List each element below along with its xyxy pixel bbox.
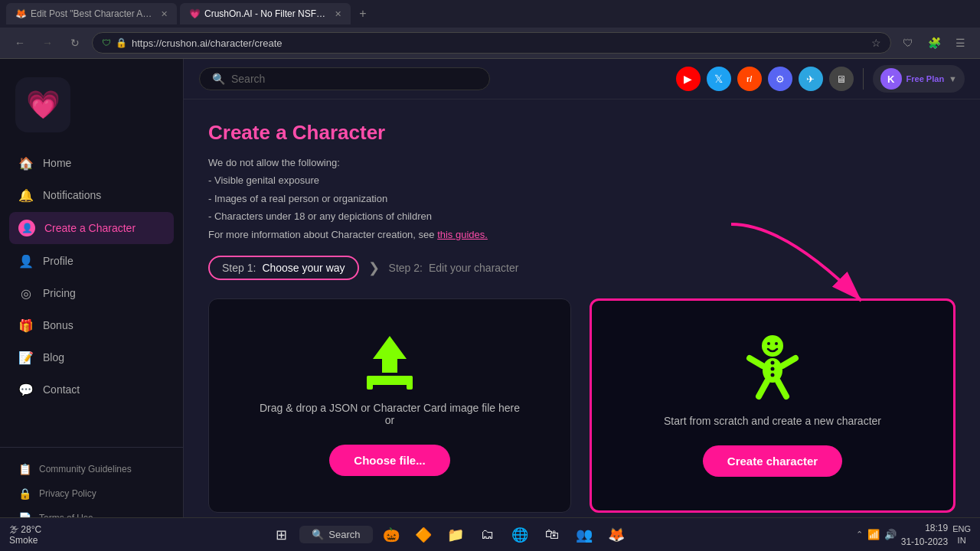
community-guidelines-label: Community Guidelines xyxy=(39,464,132,474)
community-guidelines-icon: 📋 xyxy=(18,463,31,475)
tab-bar: 🦊 Edit Post "Best Character AI NS... ✕ 💗… xyxy=(0,0,980,28)
sidebar-item-pricing[interactable]: ◎ Pricing xyxy=(9,278,174,308)
rules-header: We do not allow the following: xyxy=(208,154,956,171)
svg-line-11 xyxy=(750,358,763,366)
locale-badge: ENGIN xyxy=(952,523,971,546)
upload-card[interactable]: Drag & drop a JSON or Character Card ima… xyxy=(208,298,571,513)
taskbar-search[interactable]: 🔍 Search xyxy=(299,526,372,543)
create-character-icon: 👤 xyxy=(18,220,35,236)
chevron-down-icon: ▼ xyxy=(949,74,957,83)
taskbar-edge-icon[interactable]: 🌐 xyxy=(506,521,534,549)
new-tab-button[interactable]: + xyxy=(354,5,372,23)
bonus-icon: 🎁 xyxy=(18,318,34,333)
tab-2[interactable]: 💗 CrushOn.AI - No Filter NSFW C... ✕ xyxy=(180,3,351,24)
back-button[interactable]: ← xyxy=(9,32,31,54)
sidebar-label-notifications: Notifications xyxy=(43,189,101,201)
monitor-icon[interactable]: 🖥 xyxy=(829,67,854,91)
privacy-policy-icon: 🔒 xyxy=(18,487,31,500)
sidebar-nav: 🏠 Home 🔔 Notifications 👤 Create a Charac… xyxy=(0,148,183,441)
user-avatar: K xyxy=(880,68,902,90)
address-bar[interactable]: 🛡 🔒 https://crushon.ai/character/create … xyxy=(92,32,891,54)
pricing-icon: ◎ xyxy=(18,285,34,301)
tab-2-close[interactable]: ✕ xyxy=(335,9,341,19)
sidebar-label-pricing: Pricing xyxy=(43,287,76,299)
rules-section: We do not allow the following: - Visible… xyxy=(208,154,956,243)
taskbar-files-icon[interactable]: 🗂 xyxy=(474,521,501,549)
sidebar-label-profile: Profile xyxy=(43,255,74,267)
user-badge[interactable]: K Free Plan ▼ xyxy=(873,65,965,93)
system-tray[interactable]: ⌃ xyxy=(856,530,863,540)
step-arrow-icon: ❯ xyxy=(368,259,380,276)
notifications-icon: 🔔 xyxy=(18,187,34,203)
app-logo[interactable]: 💗 xyxy=(15,77,70,132)
steps-row: Step 1: Choose your way ❯ Step 2: Edit y… xyxy=(208,256,956,280)
sidebar-label-blog: Blog xyxy=(43,351,64,364)
sidebar-item-create-character[interactable]: 👤 Create a Character xyxy=(9,212,174,244)
logo-area: 💗 xyxy=(0,71,183,148)
svg-line-12 xyxy=(782,358,795,366)
choose-file-button[interactable]: Choose file... xyxy=(329,445,449,476)
taskbar-teams-icon[interactable]: 👥 xyxy=(570,521,598,549)
svg-point-10 xyxy=(771,373,775,377)
extensions-icon[interactable]: 🧩 xyxy=(923,32,945,54)
bookmark-icon[interactable]: ☆ xyxy=(871,37,881,49)
upload-icon xyxy=(359,334,420,390)
menu-icon[interactable]: ☰ xyxy=(949,32,971,54)
guide-link[interactable]: this guides. xyxy=(437,229,488,240)
rule-1: - Visible genital exposure xyxy=(208,171,956,189)
scratch-card-desc: Start from scratch and create a new char… xyxy=(664,415,881,427)
privacy-policy-link[interactable]: 🔒 Privacy Policy xyxy=(9,481,174,506)
network-icon: 📶 xyxy=(867,529,880,540)
tab-2-title: CrushOn.AI - No Filter NSFW C... xyxy=(204,8,327,19)
create-character-button[interactable]: Create character xyxy=(703,445,842,477)
taskbar-app1-icon[interactable]: 🔶 xyxy=(410,521,437,549)
sidebar-item-notifications[interactable]: 🔔 Notifications xyxy=(9,180,174,210)
step-1: Step 1: Choose your way xyxy=(208,256,359,280)
sidebar-item-profile[interactable]: 👤 Profile xyxy=(9,246,174,276)
discord-icon[interactable]: ⚙ xyxy=(768,67,792,91)
shield-icon[interactable]: 🛡 xyxy=(897,32,919,54)
sidebar-label-contact: Contact xyxy=(43,383,80,396)
tab-1[interactable]: 🦊 Edit Post "Best Character AI NS... ✕ xyxy=(6,3,177,24)
step-2: Step 2: Edit your character xyxy=(389,262,519,274)
telegram-icon[interactable]: ✈ xyxy=(799,67,823,91)
sidebar-item-blog[interactable]: 📝 Blog xyxy=(9,342,174,373)
search-box[interactable]: 🔍 Search xyxy=(199,67,490,90)
sidebar-item-bonus[interactable]: 🎁 Bonus xyxy=(9,310,174,341)
scratch-card[interactable]: Start from scratch and create a new char… xyxy=(590,298,956,513)
search-placeholder: Search xyxy=(231,73,265,85)
tab-1-title: Edit Post "Best Character AI NS... xyxy=(31,8,153,19)
taskbar-emoji-icon[interactable]: 🎃 xyxy=(377,521,405,549)
start-button[interactable]: ⊞ xyxy=(267,521,295,549)
upload-card-desc: Drag & drop a JSON or Character Card ima… xyxy=(260,402,520,426)
search-icon: 🔍 xyxy=(212,73,225,85)
taskbar-explorer-icon[interactable]: 📁 xyxy=(442,521,469,549)
social-icons: ▶ 𝕏 r/ ⚙ ✈ 🖥 K Free Plan ▼ xyxy=(676,65,965,93)
home-icon: 🏠 xyxy=(18,155,34,171)
sidebar-item-contact[interactable]: 💬 Contact xyxy=(9,374,174,405)
cards-row: Drag & drop a JSON or Character Card ima… xyxy=(208,298,956,513)
forward-button[interactable]: → xyxy=(37,32,58,54)
step2-value: Edit your character xyxy=(429,262,519,274)
youtube-icon[interactable]: ▶ xyxy=(676,67,701,91)
reddit-icon[interactable]: r/ xyxy=(737,67,762,91)
taskbar-weather: 🌫 28°C Smoke xyxy=(9,524,41,546)
sidebar-label-create-character: Create a Character xyxy=(44,222,136,234)
gingerbread-icon xyxy=(742,334,803,403)
twitter-icon[interactable]: 𝕏 xyxy=(707,67,731,91)
svg-point-6 xyxy=(775,342,778,345)
contact-icon: 💬 xyxy=(18,382,34,397)
community-guidelines-link[interactable]: 📋 Community Guidelines xyxy=(9,457,174,481)
profile-icon: 👤 xyxy=(18,253,34,269)
sidebar-item-home[interactable]: 🏠 Home xyxy=(9,148,174,178)
tab-1-close[interactable]: ✕ xyxy=(161,9,168,19)
taskbar-store-icon[interactable]: 🛍 xyxy=(538,521,566,549)
taskbar-firefox-icon[interactable]: 🦊 xyxy=(603,521,630,549)
svg-line-14 xyxy=(778,381,786,396)
nav-actions: 🛡 🧩 ☰ xyxy=(897,32,971,54)
weather-condition: Smoke xyxy=(9,535,38,546)
rule-2: - Images of a real person or organizatio… xyxy=(208,190,956,207)
rule-3: - Characters under 18 or any depictions … xyxy=(208,207,956,225)
reload-button[interactable]: ↻ xyxy=(64,32,86,54)
url-text: https://crushon.ai/character/create xyxy=(132,37,283,49)
